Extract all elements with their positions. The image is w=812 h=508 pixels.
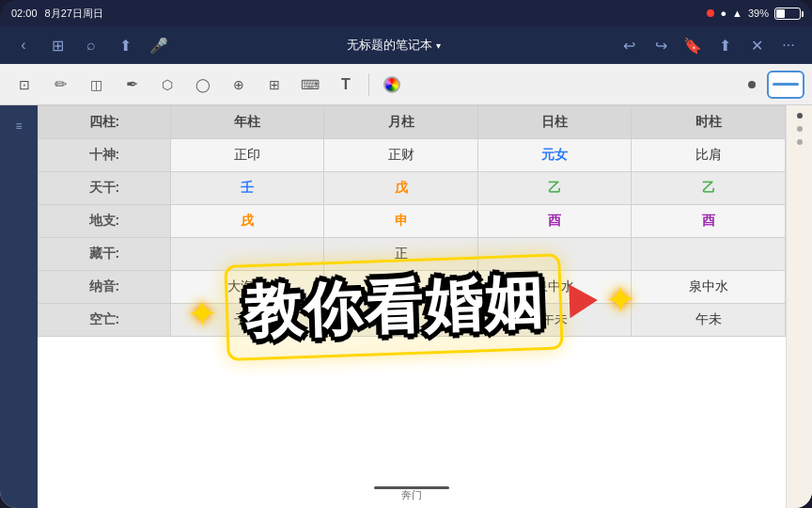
- table-row-shishen: 十神: 正印 正财 元女 比肩: [39, 139, 786, 172]
- shishen-nian: 正印: [170, 139, 324, 172]
- battery-pct: 39%: [748, 8, 769, 19]
- time: 02:00: [11, 8, 38, 19]
- keyboard-tool-button[interactable]: ⌨: [293, 68, 327, 102]
- status-left: 02:00 8月27日周日: [11, 7, 103, 21]
- dizhi-shi: 酉: [632, 205, 786, 238]
- right-sidebar: [786, 105, 812, 508]
- col-header-nian: 年柱: [170, 106, 324, 139]
- table-row-tiangan: 天干: 壬 戊 乙 乙: [39, 172, 786, 205]
- thumbnails-button[interactable]: ⊞: [43, 31, 71, 59]
- search-button[interactable]: ⌕: [77, 31, 105, 59]
- record-indicator: [707, 9, 714, 17]
- tiangan-shi: 乙: [632, 172, 786, 205]
- shape-tool-button[interactable]: ⊕: [222, 68, 256, 102]
- dizhi-yue: 申: [324, 205, 478, 238]
- kongwang-shi: 午未: [632, 304, 786, 337]
- status-bar: 02:00 8月27日周日 ● ▲ 39%: [0, 0, 812, 26]
- table-row-dizhi: 地支: 戌 申 酉 酉: [39, 205, 786, 238]
- redo-button[interactable]: ↪: [647, 31, 675, 59]
- close-button[interactable]: ✕: [742, 31, 771, 59]
- dizhi-nian: 戌: [170, 205, 324, 238]
- page-dot-3: [797, 139, 803, 145]
- text-tool-button[interactable]: T: [329, 68, 363, 102]
- tiangan-yue: 戊: [324, 172, 478, 205]
- pen-tool-button[interactable]: ✏: [43, 68, 77, 102]
- left-sidebar: ≡: [0, 105, 38, 508]
- col-header-shi: 时柱: [632, 106, 786, 139]
- page-dot-2: [797, 126, 803, 132]
- row-label-nayin: 纳音:: [39, 271, 171, 304]
- row-label-tiangan: 天干:: [39, 172, 171, 205]
- battery-fill: [776, 9, 785, 18]
- back-button[interactable]: ‹: [9, 31, 38, 59]
- pencil-tool-button[interactable]: ✒: [115, 68, 148, 102]
- cangjian-shi: [632, 238, 786, 271]
- dizhi-ri: 酉: [477, 205, 632, 238]
- row-label-cangjian: 藏干:: [39, 238, 171, 271]
- export-button[interactable]: ⬆: [710, 31, 739, 59]
- more-button[interactable]: ···: [774, 31, 803, 59]
- bookmark-button[interactable]: 🔖: [679, 31, 707, 59]
- col-header-ri: 日柱: [477, 106, 632, 139]
- shishen-shi: 比肩: [632, 139, 786, 172]
- overlay-banner: ✦ 教你看婚姻 ✦: [184, 251, 638, 363]
- sparkle-right-icon: ✦: [604, 278, 638, 322]
- table-header-row: 四柱: 年柱 月柱 日柱 时柱: [39, 106, 786, 139]
- banner-glow: 教你看婚姻: [224, 253, 563, 360]
- page-dot-1: [797, 113, 803, 119]
- drawing-toolbar: ⊡ ✏ ◫ ✒ ⬡ ◯ ⊕ ⊞ ⌨ T: [0, 64, 812, 105]
- line-style-button[interactable]: [767, 71, 804, 99]
- chevron-down-icon: ▾: [436, 40, 441, 51]
- tiangan-nian: 壬: [170, 172, 324, 205]
- lasso-tool-button[interactable]: ⬡: [150, 68, 184, 102]
- reference-tool-button[interactable]: ⊡: [8, 68, 41, 102]
- main-content: ≡ 四柱: 年柱 月柱 日柱 时柱 十神: 正印 正财 元女 比肩: [0, 105, 812, 508]
- battery-icon: [774, 8, 801, 20]
- date: 8月27日周日: [45, 7, 103, 21]
- toolbar-divider: [368, 73, 369, 96]
- image-tool-button[interactable]: ⊞: [258, 68, 291, 102]
- row-label-shishen: 十神:: [39, 139, 171, 172]
- eraser-tool-button[interactable]: ◫: [79, 68, 113, 102]
- toolbar-right-actions: ↩ ↪ 🔖 ⬆ ✕ ···: [615, 31, 803, 59]
- share-button[interactable]: ⬆: [111, 31, 139, 59]
- shishen-yue: 正财: [324, 139, 478, 172]
- undo-button[interactable]: ↩: [615, 31, 643, 59]
- note-area[interactable]: 四柱: 年柱 月柱 日柱 时柱 十神: 正印 正财 元女 比肩 天干: 壬 戊: [38, 105, 786, 508]
- notebook-title: 无标题的笔记本 ▾: [179, 37, 609, 54]
- tiangan-ri: 乙: [477, 172, 632, 205]
- banner-text: 教你看婚姻: [242, 262, 546, 352]
- color-tool-button[interactable]: [375, 68, 409, 102]
- row-label-kongwang: 空亡:: [39, 304, 171, 337]
- shishen-ri: 元女: [477, 139, 632, 172]
- wifi-icon: ▲: [732, 8, 742, 19]
- selection-tool-button[interactable]: ◯: [186, 68, 220, 102]
- ipad-frame: 02:00 8月27日周日 ● ▲ 39% ‹ ⊞ ⌕ ⬆ 🎤 无标题的笔记本 …: [0, 0, 812, 508]
- top-toolbar: ‹ ⊞ ⌕ ⬆ 🎤 无标题的笔记本 ▾ ↩ ↪ 🔖 ⬆ ✕ ···: [0, 26, 812, 64]
- dot-indicator: [748, 81, 756, 88]
- sparkle-left-icon: ✦: [185, 292, 219, 336]
- status-right: ● ▲ 39%: [707, 8, 801, 20]
- page-label: 奔门: [401, 488, 422, 502]
- sidebar-toggle-button[interactable]: ≡: [6, 113, 32, 139]
- arrow-right-icon: [569, 283, 598, 318]
- col-header-label: 四柱:: [39, 106, 171, 139]
- col-header-yue: 月柱: [324, 106, 478, 139]
- mic-button[interactable]: 🎤: [145, 31, 173, 59]
- nayin-shi: 泉中水: [632, 271, 786, 304]
- row-label-dizhi: 地支:: [39, 205, 171, 238]
- signal-icon: ●: [720, 8, 726, 19]
